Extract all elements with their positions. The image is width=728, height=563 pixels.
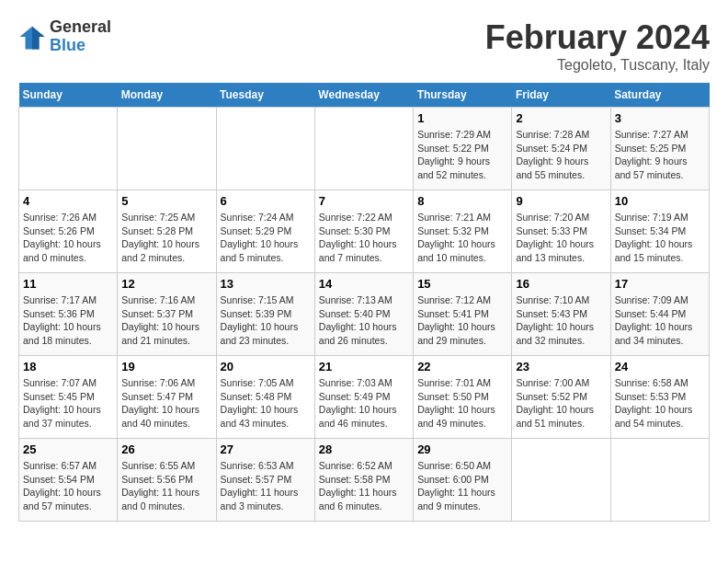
cell-content: Sunrise: 7:15 AMSunset: 5:39 PMDaylight:… [221,293,311,348]
cell-content: Sunrise: 7:25 AMSunset: 5:28 PMDaylight:… [121,211,211,265]
day-number: 9 [516,194,606,208]
cell-content: Sunrise: 6:58 AMSunset: 5:53 PMDaylight:… [615,376,705,431]
calendar-cell: 7Sunrise: 7:22 AMSunset: 5:30 PMDaylight… [314,190,413,273]
calendar-cell: 26Sunrise: 6:55 AMSunset: 5:56 PMDayligh… [118,439,216,522]
calendar-cell: 28Sunrise: 6:52 AMSunset: 5:58 PMDayligh… [314,439,413,522]
calendar-cell: 29Sunrise: 6:50 AMSunset: 6:00 PMDayligh… [414,439,512,522]
calendar-cell: 5Sunrise: 7:25 AMSunset: 5:28 PMDaylight… [118,190,216,273]
calendar-table: SundayMondayTuesdayWednesdayThursdayFrid… [18,83,710,522]
day-number: 6 [221,194,311,208]
day-number: 27 [221,442,311,456]
day-number: 15 [417,277,507,291]
calendar-cell: 21Sunrise: 7:03 AMSunset: 5:49 PMDayligh… [314,356,413,439]
cell-content: Sunrise: 6:55 AMSunset: 5:56 PMDaylight:… [121,459,211,513]
day-number: 5 [121,194,211,208]
cell-content: Sunrise: 6:53 AMSunset: 5:57 PMDaylight:… [221,459,311,513]
cell-content: Sunrise: 7:16 AMSunset: 5:37 PMDaylight:… [121,293,211,348]
title-section: February 2024 Tegoleto, Tuscany, Italy [485,18,710,74]
weekday-header: Thursday [414,83,512,108]
day-number: 14 [319,277,409,291]
calendar-cell [610,439,709,522]
cell-content: Sunrise: 6:52 AMSunset: 5:58 PMDaylight:… [319,459,409,513]
day-number: 4 [23,194,113,208]
calendar-cell: 27Sunrise: 6:53 AMSunset: 5:57 PMDayligh… [216,439,314,522]
day-number: 19 [121,360,211,373]
cell-content: Sunrise: 7:05 AMSunset: 5:48 PMDaylight:… [221,376,311,431]
cell-content: Sunrise: 7:01 AMSunset: 5:50 PMDaylight:… [417,376,507,431]
weekday-header: Friday [512,83,610,108]
day-number: 24 [615,360,705,373]
calendar-cell: 25Sunrise: 6:57 AMSunset: 5:54 PMDayligh… [19,439,118,522]
weekday-row: SundayMondayTuesdayWednesdayThursdayFrid… [19,83,710,108]
logo: General Blue [18,18,111,55]
day-number: 3 [615,111,705,125]
day-number: 25 [23,442,113,456]
weekday-header: Monday [118,83,216,108]
cell-content: Sunrise: 6:57 AMSunset: 5:54 PMDaylight:… [23,459,113,513]
day-number: 11 [23,277,113,291]
cell-content: Sunrise: 7:09 AMSunset: 5:44 PMDaylight:… [615,293,705,348]
day-number: 22 [417,360,507,373]
calendar-cell: 22Sunrise: 7:01 AMSunset: 5:50 PMDayligh… [414,356,512,439]
calendar-cell: 1Sunrise: 7:29 AMSunset: 5:22 PMDaylight… [414,108,512,190]
cell-content: Sunrise: 7:27 AMSunset: 5:25 PMDaylight:… [615,128,705,182]
day-number: 2 [516,111,606,125]
calendar-cell: 15Sunrise: 7:12 AMSunset: 5:41 PMDayligh… [414,273,512,356]
cell-content: Sunrise: 7:07 AMSunset: 5:45 PMDaylight:… [23,376,113,431]
weekday-header: Wednesday [314,83,413,108]
weekday-header: Saturday [610,83,709,108]
calendar-cell [512,439,610,522]
cell-content: Sunrise: 7:28 AMSunset: 5:24 PMDaylight:… [516,128,606,182]
calendar-week-row: 1Sunrise: 7:29 AMSunset: 5:22 PMDaylight… [19,108,710,190]
calendar-cell: 14Sunrise: 7:13 AMSunset: 5:40 PMDayligh… [314,273,413,356]
calendar-cell [314,108,413,190]
day-number: 13 [221,277,311,291]
day-number: 28 [319,442,409,456]
calendar-cell: 6Sunrise: 7:24 AMSunset: 5:29 PMDaylight… [216,190,314,273]
calendar-week-row: 4Sunrise: 7:26 AMSunset: 5:26 PMDaylight… [19,190,710,273]
calendar-week-row: 25Sunrise: 6:57 AMSunset: 5:54 PMDayligh… [19,439,710,522]
cell-content: Sunrise: 7:03 AMSunset: 5:49 PMDaylight:… [319,376,409,431]
calendar-week-row: 11Sunrise: 7:17 AMSunset: 5:36 PMDayligh… [19,273,710,356]
calendar-cell: 13Sunrise: 7:15 AMSunset: 5:39 PMDayligh… [216,273,314,356]
logo-text: General Blue [50,18,111,55]
weekday-header: Tuesday [216,83,314,108]
cell-content: Sunrise: 7:17 AMSunset: 5:36 PMDaylight:… [23,293,113,348]
main-title: February 2024 [485,18,710,57]
cell-content: Sunrise: 7:19 AMSunset: 5:34 PMDaylight:… [615,211,705,265]
day-number: 16 [516,277,606,291]
day-number: 20 [221,360,311,373]
calendar-cell: 10Sunrise: 7:19 AMSunset: 5:34 PMDayligh… [610,190,709,273]
calendar-week-row: 18Sunrise: 7:07 AMSunset: 5:45 PMDayligh… [19,356,710,439]
calendar-cell: 16Sunrise: 7:10 AMSunset: 5:43 PMDayligh… [512,273,610,356]
cell-content: Sunrise: 7:21 AMSunset: 5:32 PMDaylight:… [417,211,507,265]
calendar-cell: 20Sunrise: 7:05 AMSunset: 5:48 PMDayligh… [216,356,314,439]
calendar-cell: 9Sunrise: 7:20 AMSunset: 5:33 PMDaylight… [512,190,610,273]
day-number: 10 [615,194,705,208]
day-number: 12 [121,277,211,291]
day-number: 21 [319,360,409,373]
day-number: 26 [121,442,211,456]
calendar-cell: 24Sunrise: 6:58 AMSunset: 5:53 PMDayligh… [610,356,709,439]
day-number: 7 [319,194,409,208]
cell-content: Sunrise: 7:24 AMSunset: 5:29 PMDaylight:… [221,211,311,265]
cell-content: Sunrise: 7:00 AMSunset: 5:52 PMDaylight:… [516,376,606,431]
calendar-cell: 19Sunrise: 7:06 AMSunset: 5:47 PMDayligh… [118,356,216,439]
logo-icon [18,23,46,51]
day-number: 17 [615,277,705,291]
logo-blue-text: Blue [50,37,111,55]
day-number: 1 [417,111,507,125]
calendar-cell: 8Sunrise: 7:21 AMSunset: 5:32 PMDaylight… [414,190,512,273]
cell-content: Sunrise: 7:12 AMSunset: 5:41 PMDaylight:… [417,293,507,348]
cell-content: Sunrise: 7:06 AMSunset: 5:47 PMDaylight:… [121,376,211,431]
calendar-cell [216,108,314,190]
day-number: 18 [23,360,113,373]
cell-content: Sunrise: 7:26 AMSunset: 5:26 PMDaylight:… [23,211,113,265]
calendar-cell: 17Sunrise: 7:09 AMSunset: 5:44 PMDayligh… [610,273,709,356]
weekday-header: Sunday [19,83,118,108]
calendar-cell: 2Sunrise: 7:28 AMSunset: 5:24 PMDaylight… [512,108,610,190]
cell-content: Sunrise: 7:10 AMSunset: 5:43 PMDaylight:… [516,293,606,348]
calendar-cell: 18Sunrise: 7:07 AMSunset: 5:45 PMDayligh… [19,356,118,439]
day-number: 29 [417,442,507,456]
subtitle: Tegoleto, Tuscany, Italy [485,57,710,74]
